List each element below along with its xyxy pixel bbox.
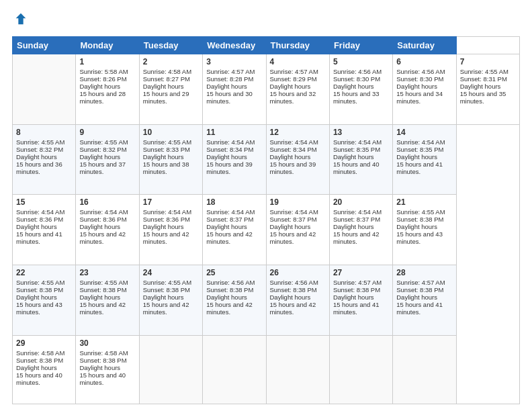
svg-marker-0 bbox=[16, 13, 26, 25]
day-number: 2 bbox=[143, 57, 199, 66]
day-info: Sunrise: 4:54 AMSunset: 8:37 PMDaylight … bbox=[270, 208, 318, 245]
day-number: 24 bbox=[143, 268, 199, 277]
day-info: Sunrise: 4:55 AMSunset: 8:32 PMDaylight … bbox=[16, 138, 64, 175]
day-info: Sunrise: 4:55 AMSunset: 8:38 PMDaylight … bbox=[79, 279, 128, 316]
day-number: 19 bbox=[270, 197, 326, 207]
day-number: 9 bbox=[79, 128, 135, 137]
week-row: 15Sunrise: 4:54 AMSunset: 8:36 PMDayligh… bbox=[13, 195, 520, 265]
day-cell: 7Sunrise: 4:55 AMSunset: 8:31 PMDaylight… bbox=[456, 54, 519, 125]
day-number: 30 bbox=[79, 338, 135, 348]
day-info: Sunrise: 4:57 AMSunset: 8:28 PMDaylight … bbox=[206, 68, 255, 105]
day-info: Sunrise: 4:55 AMSunset: 8:33 PMDaylight … bbox=[143, 138, 191, 175]
day-cell: 20Sunrise: 4:54 AMSunset: 8:37 PMDayligh… bbox=[329, 195, 392, 265]
day-info: Sunrise: 4:55 AMSunset: 8:38 PMDaylight … bbox=[143, 279, 191, 316]
day-number: 16 bbox=[79, 197, 135, 207]
day-cell: 30Sunrise: 4:58 AMSunset: 8:38 PMDayligh… bbox=[76, 335, 139, 404]
col-header-tuesday: Tuesday bbox=[139, 37, 202, 54]
day-cell: 16Sunrise: 4:54 AMSunset: 8:36 PMDayligh… bbox=[76, 195, 139, 265]
day-number: 7 bbox=[460, 57, 516, 66]
day-info: Sunrise: 4:54 AMSunset: 8:37 PMDaylight … bbox=[333, 208, 382, 245]
day-info: Sunrise: 4:54 AMSunset: 8:36 PMDaylight … bbox=[79, 208, 128, 245]
day-info: Sunrise: 4:55 AMSunset: 8:32 PMDaylight … bbox=[79, 138, 128, 175]
day-cell: 26Sunrise: 4:56 AMSunset: 8:38 PMDayligh… bbox=[266, 265, 329, 336]
day-info: Sunrise: 4:56 AMSunset: 8:38 PMDaylight … bbox=[270, 279, 318, 316]
day-cell: 10Sunrise: 4:55 AMSunset: 8:33 PMDayligh… bbox=[139, 124, 202, 195]
day-cell: 5Sunrise: 4:56 AMSunset: 8:30 PMDaylight… bbox=[329, 54, 392, 125]
day-info: Sunrise: 4:56 AMSunset: 8:30 PMDaylight … bbox=[333, 68, 382, 105]
day-number: 11 bbox=[206, 128, 262, 137]
day-number: 15 bbox=[16, 197, 72, 207]
day-number: 22 bbox=[16, 268, 72, 277]
day-number: 18 bbox=[206, 197, 262, 207]
calendar-table: SundayMondayTuesdayWednesdayThursdayFrid… bbox=[12, 36, 520, 404]
day-number: 4 bbox=[270, 57, 326, 66]
day-number: 3 bbox=[206, 57, 262, 66]
logo-icon bbox=[13, 12, 28, 27]
day-number: 23 bbox=[79, 268, 135, 277]
day-cell: 15Sunrise: 4:54 AMSunset: 8:36 PMDayligh… bbox=[13, 195, 76, 265]
col-header-sunday: Sunday bbox=[13, 37, 76, 54]
day-info: Sunrise: 4:54 AMSunset: 8:35 PMDaylight … bbox=[333, 138, 382, 175]
day-info: Sunrise: 4:57 AMSunset: 8:29 PMDaylight … bbox=[270, 68, 318, 105]
day-cell: 18Sunrise: 4:54 AMSunset: 8:37 PMDayligh… bbox=[203, 195, 266, 265]
day-number: 25 bbox=[206, 268, 262, 277]
day-cell: 12Sunrise: 4:54 AMSunset: 8:34 PMDayligh… bbox=[266, 124, 329, 195]
day-cell: 17Sunrise: 4:54 AMSunset: 8:36 PMDayligh… bbox=[139, 195, 202, 265]
day-info: Sunrise: 4:54 AMSunset: 8:34 PMDaylight … bbox=[206, 138, 255, 175]
day-info: Sunrise: 4:54 AMSunset: 8:35 PMDaylight … bbox=[396, 138, 445, 175]
day-cell: 6Sunrise: 4:56 AMSunset: 8:30 PMDaylight… bbox=[393, 54, 456, 125]
day-cell: 8Sunrise: 4:55 AMSunset: 8:32 PMDaylight… bbox=[13, 124, 76, 195]
col-header-monday: Monday bbox=[76, 37, 139, 54]
day-cell: 27Sunrise: 4:57 AMSunset: 8:38 PMDayligh… bbox=[329, 265, 392, 336]
week-row: 29Sunrise: 4:58 AMSunset: 8:38 PMDayligh… bbox=[13, 335, 520, 404]
day-cell: 11Sunrise: 4:54 AMSunset: 8:34 PMDayligh… bbox=[203, 124, 266, 195]
day-cell: 1Sunrise: 5:58 AMSunset: 8:26 PMDaylight… bbox=[76, 54, 139, 125]
day-cell bbox=[329, 335, 392, 404]
day-cell bbox=[266, 335, 329, 404]
day-number: 17 bbox=[143, 197, 199, 207]
day-info: Sunrise: 4:56 AMSunset: 8:30 PMDaylight … bbox=[396, 68, 445, 105]
day-info: Sunrise: 4:54 AMSunset: 8:34 PMDaylight … bbox=[270, 138, 318, 175]
day-cell: 25Sunrise: 4:56 AMSunset: 8:38 PMDayligh… bbox=[203, 265, 266, 336]
week-row: 22Sunrise: 4:55 AMSunset: 8:38 PMDayligh… bbox=[13, 265, 520, 336]
col-header-thursday: Thursday bbox=[266, 37, 329, 54]
day-number: 10 bbox=[143, 128, 199, 137]
col-header-saturday: Saturday bbox=[393, 37, 456, 54]
day-cell: 4Sunrise: 4:57 AMSunset: 8:29 PMDaylight… bbox=[266, 54, 329, 125]
calendar-page: SundayMondayTuesdayWednesdayThursdayFrid… bbox=[0, 0, 532, 411]
day-cell: 29Sunrise: 4:58 AMSunset: 8:38 PMDayligh… bbox=[13, 335, 76, 404]
empty-cell bbox=[13, 54, 76, 125]
day-number: 14 bbox=[396, 128, 452, 137]
day-info: Sunrise: 4:58 AMSunset: 8:38 PMDaylight … bbox=[16, 349, 64, 386]
day-info: Sunrise: 4:54 AMSunset: 8:36 PMDaylight … bbox=[143, 208, 191, 245]
col-header-friday: Friday bbox=[329, 37, 392, 54]
week-row: 1Sunrise: 5:58 AMSunset: 8:26 PMDaylight… bbox=[13, 54, 520, 125]
day-cell: 14Sunrise: 4:54 AMSunset: 8:35 PMDayligh… bbox=[393, 124, 456, 195]
day-cell: 21Sunrise: 4:55 AMSunset: 8:38 PMDayligh… bbox=[393, 195, 456, 265]
day-cell: 24Sunrise: 4:55 AMSunset: 8:38 PMDayligh… bbox=[139, 265, 202, 336]
col-header-wednesday: Wednesday bbox=[203, 37, 266, 54]
day-number: 20 bbox=[333, 197, 389, 207]
day-number: 5 bbox=[333, 57, 389, 66]
day-cell: 19Sunrise: 4:54 AMSunset: 8:37 PMDayligh… bbox=[266, 195, 329, 265]
day-number: 29 bbox=[16, 338, 72, 348]
logo bbox=[12, 12, 28, 30]
day-info: Sunrise: 4:54 AMSunset: 8:37 PMDaylight … bbox=[206, 208, 255, 245]
day-number: 8 bbox=[16, 128, 72, 137]
day-info: Sunrise: 4:58 AMSunset: 8:27 PMDaylight … bbox=[143, 68, 191, 105]
day-number: 13 bbox=[333, 128, 389, 137]
day-cell: 9Sunrise: 4:55 AMSunset: 8:32 PMDaylight… bbox=[76, 124, 139, 195]
day-cell: 22Sunrise: 4:55 AMSunset: 8:38 PMDayligh… bbox=[13, 265, 76, 336]
header bbox=[12, 12, 520, 30]
day-info: Sunrise: 4:56 AMSunset: 8:38 PMDaylight … bbox=[206, 279, 255, 316]
day-info: Sunrise: 4:55 AMSunset: 8:38 PMDaylight … bbox=[16, 279, 64, 316]
day-number: 21 bbox=[396, 197, 452, 207]
day-number: 6 bbox=[396, 57, 452, 66]
day-cell: 13Sunrise: 4:54 AMSunset: 8:35 PMDayligh… bbox=[329, 124, 392, 195]
day-cell: 3Sunrise: 4:57 AMSunset: 8:28 PMDaylight… bbox=[203, 54, 266, 125]
day-number: 27 bbox=[333, 268, 389, 277]
day-number: 12 bbox=[270, 128, 326, 137]
day-number: 26 bbox=[270, 268, 326, 277]
day-info: Sunrise: 4:57 AMSunset: 8:38 PMDaylight … bbox=[396, 279, 445, 316]
day-info: Sunrise: 4:54 AMSunset: 8:36 PMDaylight … bbox=[16, 208, 64, 245]
